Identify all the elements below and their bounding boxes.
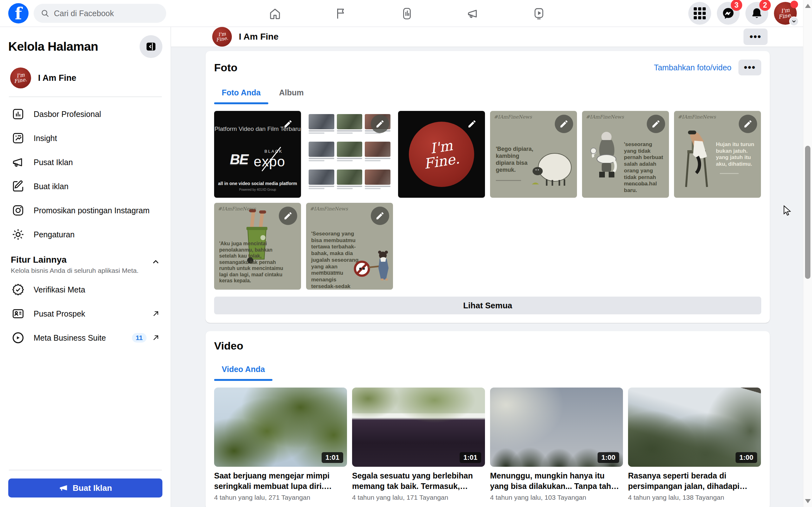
center-nav xyxy=(268,0,546,27)
apps-menu-button[interactable] xyxy=(688,2,711,25)
home-icon xyxy=(268,7,282,20)
pencil-icon xyxy=(375,211,385,221)
messenger-button[interactable]: 3 xyxy=(717,2,740,25)
video-title[interactable]: Saat berjuang mengejar mimpi seringkali … xyxy=(214,470,347,491)
collage-thumbnail xyxy=(309,170,334,194)
videos-card: Video Video Anda 1:01 Saat berjuang meng… xyxy=(206,331,770,507)
search-box[interactable] xyxy=(34,4,166,23)
collage-thumbnail xyxy=(337,114,362,139)
sidebar-item-meta-business-suite[interactable]: Meta Business Suite 11 xyxy=(8,326,162,350)
sidebar-item-promosikan-instagram[interactable]: Promosikan postingan Instagram xyxy=(8,199,162,222)
video-thumbnail[interactable]: 1:01 xyxy=(214,388,347,467)
apps-grid-icon xyxy=(694,7,706,19)
pencil-icon xyxy=(651,119,661,129)
page-more-options-button[interactable]: ••• xyxy=(744,29,768,45)
photo-tile[interactable]: #IAmFineNews 'Bego dipiara, kambing dipi… xyxy=(490,111,577,198)
photos-more-options-button[interactable]: ••• xyxy=(739,60,761,75)
pages-tab[interactable] xyxy=(334,7,348,20)
insights-tab[interactable] xyxy=(400,7,414,20)
video-title[interactable]: Rasanya seperti berada di persimpangan j… xyxy=(628,470,761,491)
collapse-sidebar-button[interactable] xyxy=(140,35,162,58)
pencil-icon xyxy=(467,119,477,129)
video-item[interactable]: 1:00 Rasanya seperti berada di persimpan… xyxy=(628,388,761,501)
photo-tile[interactable]: #IAmFineNews 'seseorang yang xyxy=(582,111,669,198)
attribution-line xyxy=(319,271,341,272)
collapse-section-button[interactable] xyxy=(152,258,160,268)
video-tab[interactable] xyxy=(532,7,546,20)
sidebar-item-pusat-iklan[interactable]: Pusat Iklan xyxy=(8,150,162,174)
edit-photo-button[interactable] xyxy=(739,115,757,133)
collage-thumbnail xyxy=(337,142,362,167)
photo-tile[interactable]: #IAmFineNews Hujan itu turun xyxy=(674,111,761,198)
tab-foto-anda[interactable]: Foto Anda xyxy=(214,83,268,104)
photo-tile[interactable]: #IAmFineNews 'Aku juga mencin xyxy=(214,203,301,290)
video-item[interactable]: 1:01 Segala sesuatu yang berlebihan mema… xyxy=(352,388,485,501)
notifications-badge: 2 xyxy=(759,0,771,11)
sidebar-item-buat-iklan[interactable]: Buat iklan xyxy=(8,174,162,199)
photo-tile[interactable] xyxy=(306,111,393,198)
photo-quote: 'Aku juga mencintai penolakanmu, bahkan … xyxy=(219,240,289,284)
edit-photo-button[interactable] xyxy=(279,207,297,225)
instagram-icon xyxy=(11,203,26,218)
account-menu-button[interactable]: I'mFine. xyxy=(774,2,797,25)
notifications-button[interactable]: 2 xyxy=(745,2,768,25)
photo-tile[interactable]: #IAmFineNews 'Seseorang yang bisa membua… xyxy=(306,203,393,290)
page-header-avatar[interactable]: I'mFine. xyxy=(212,27,232,47)
account-notification-dot xyxy=(791,1,798,8)
video-title[interactable]: Segala sesuatu yang berlebihan memang ta… xyxy=(352,470,485,491)
see-all-photos-button[interactable]: Lihat Semua xyxy=(214,297,761,314)
video-title[interactable]: Menunggu, mungkin hanya itu yang bisa di… xyxy=(490,470,623,491)
page-scrollbar[interactable] xyxy=(803,0,812,507)
mouse-cursor xyxy=(783,205,792,216)
edit-photo-button[interactable] xyxy=(279,115,297,133)
video-item[interactable]: 1:00 Menunggu, mungkin hanya itu yang bi… xyxy=(490,388,623,501)
external-link-icon xyxy=(152,309,160,318)
sidebar-item-dasbor-profesional[interactable]: Dasbor Profesional xyxy=(8,102,162,126)
sidebar-item-pusat-prospek[interactable]: Pusat Prospek xyxy=(8,302,162,326)
video-duration: 1:01 xyxy=(322,452,343,463)
ad-center-tab[interactable] xyxy=(466,7,480,20)
dashboard-icon xyxy=(11,107,26,121)
search-icon xyxy=(41,9,49,18)
edit-photo-button[interactable] xyxy=(371,207,389,225)
search-input[interactable] xyxy=(54,9,149,18)
video-item[interactable]: 1:01 Saat berjuang mengejar mimpi sering… xyxy=(214,388,347,501)
sidebar-item-pengaturan[interactable]: Pengaturan xyxy=(8,222,162,246)
attribution-line xyxy=(720,173,739,174)
video-thumbnail[interactable]: 1:00 xyxy=(490,388,623,467)
photo-tile[interactable]: Platform Video dan Film Terbaru BE BLACK… xyxy=(214,111,301,198)
sidebar-item-label: Insight xyxy=(34,134,57,143)
person-on-chair-illustration xyxy=(679,130,717,190)
create-ad-button[interactable]: Buat Iklan xyxy=(8,478,162,498)
divider xyxy=(9,470,162,470)
pencil-icon xyxy=(283,211,293,221)
more-features-subtitle: Kelola bisnis Anda di seluruh aplikasi M… xyxy=(11,267,139,274)
scroll-up-arrow[interactable] xyxy=(805,4,811,8)
photos-tabs: Foto Anda Album xyxy=(214,83,761,104)
tab-album[interactable]: Album xyxy=(271,83,311,104)
photo-grid: Platform Video dan Film Terbaru BE BLACK… xyxy=(214,111,761,290)
video-duration: 1:00 xyxy=(598,452,619,463)
current-page-row[interactable]: I'mFine. I Am Fine xyxy=(10,67,162,89)
tab-video-anda[interactable]: Video Anda xyxy=(214,360,272,380)
video-thumbnail[interactable]: 1:00 xyxy=(628,388,761,467)
collage-thumbnail xyxy=(309,114,334,139)
facebook-logo[interactable]: f xyxy=(8,3,29,23)
watermark: #IAmFineNews xyxy=(586,114,624,120)
photo-quote: 'Seseorang yang bisa membuatmu tertawa t… xyxy=(311,231,359,290)
edit-photo-button[interactable] xyxy=(463,115,481,133)
edit-photo-button[interactable] xyxy=(647,115,665,133)
home-tab[interactable] xyxy=(268,7,282,20)
video-thumbnail[interactable]: 1:01 xyxy=(352,388,485,467)
add-photo-video-link[interactable]: Tambahkan foto/video xyxy=(654,63,731,72)
sidebar-item-insight[interactable]: Insight xyxy=(8,126,162,150)
scroll-down-arrow[interactable] xyxy=(805,499,811,503)
scrollbar-thumb[interactable] xyxy=(805,146,810,279)
edit-photo-button[interactable] xyxy=(371,115,389,133)
pencil-icon xyxy=(559,119,569,129)
photo-tile[interactable]: I'mFine. xyxy=(398,111,485,198)
notification-count-badge: 11 xyxy=(132,333,147,343)
sidebar-title: Kelola Halaman xyxy=(8,40,98,54)
sidebar-item-verifikasi-meta[interactable]: Verifikasi Meta xyxy=(8,278,162,302)
edit-photo-button[interactable] xyxy=(555,115,573,133)
